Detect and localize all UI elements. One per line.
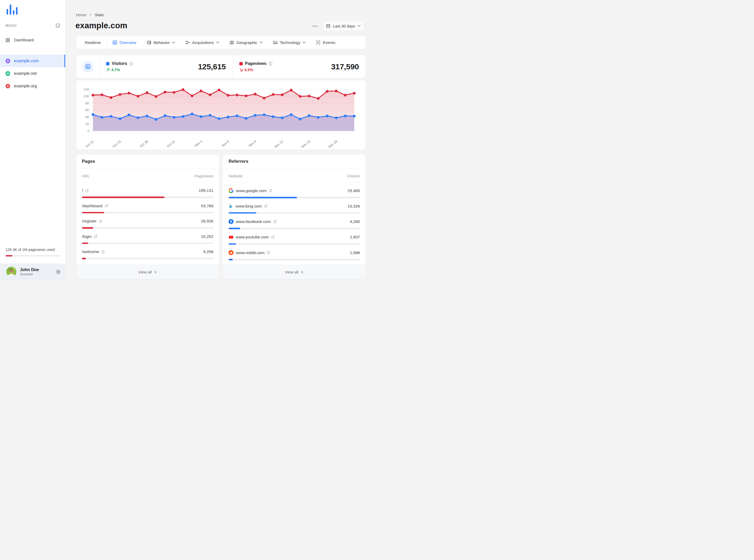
tab-overview[interactable]: Overview (107, 36, 142, 49)
external-link-icon[interactable] (101, 250, 105, 254)
pages-view-all-button[interactable]: View all (76, 265, 219, 279)
bar-chart-logo-icon[interactable] (6, 4, 18, 15)
info-icon[interactable] (129, 62, 133, 66)
pageviews-data-point[interactable] (254, 93, 256, 95)
pageviews-data-point[interactable] (191, 95, 193, 97)
sidebar-site-example.com[interactable]: example.com (0, 55, 65, 67)
visitors-data-point[interactable] (110, 115, 112, 118)
visitors-data-point[interactable] (137, 116, 139, 119)
tab-realtime[interactable]: Realtime (77, 36, 106, 49)
tab-behavior[interactable]: Behavior (142, 36, 180, 49)
pageviews-data-point[interactable] (163, 91, 166, 93)
visitors-data-point[interactable] (173, 116, 175, 119)
visitors-data-point[interactable] (236, 114, 238, 117)
logout-icon[interactable] (56, 269, 61, 274)
external-link-icon[interactable] (267, 251, 270, 254)
referrer-link[interactable]: www.reddit.com (229, 250, 270, 255)
pageviews-data-point[interactable] (209, 94, 211, 96)
sidebar-item-dashboard[interactable]: Dashboard (0, 34, 65, 46)
pageviews-data-point[interactable] (353, 92, 355, 95)
page-link[interactable]: / (82, 188, 89, 193)
visitors-data-point[interactable] (308, 114, 310, 117)
external-link-icon[interactable] (264, 204, 268, 208)
pageviews-data-point[interactable] (299, 95, 301, 98)
visitors-data-point[interactable] (191, 113, 193, 115)
pageviews-data-point[interactable] (137, 95, 139, 97)
pageviews-data-point[interactable] (344, 94, 346, 96)
pageviews-data-point[interactable] (155, 95, 157, 98)
pageviews-data-point[interactable] (236, 94, 238, 96)
date-range-button[interactable]: Last 30 days (322, 21, 364, 31)
page-link[interactable]: /login (82, 234, 97, 239)
visitors-data-point[interactable] (245, 117, 247, 120)
visitors-data-point[interactable] (281, 117, 283, 119)
external-link-icon[interactable] (105, 204, 108, 207)
external-link-icon[interactable] (94, 235, 97, 238)
sidebar-site-example.net[interactable]: example.net (0, 67, 65, 80)
tab-geographic[interactable]: Geographic (224, 36, 268, 49)
page-link[interactable]: /dashboard (82, 204, 108, 208)
sidebar-site-example.org[interactable]: example.org (0, 80, 65, 93)
breadcrumb-home-link[interactable]: Home (76, 13, 86, 17)
visitors-data-point[interactable] (128, 114, 130, 116)
pageviews-data-point[interactable] (317, 97, 320, 100)
pageviews-data-point[interactable] (100, 94, 103, 96)
pageviews-data-point[interactable] (128, 92, 130, 94)
external-link-icon[interactable] (269, 189, 272, 192)
referrer-link[interactable]: www.facebook.com (229, 219, 277, 224)
page-link[interactable]: /welcome (82, 249, 105, 254)
tab-events[interactable]: Events (311, 36, 340, 49)
pageviews-data-point[interactable] (92, 94, 94, 96)
visitors-data-point[interactable] (299, 118, 301, 120)
visitors-data-point[interactable] (155, 118, 157, 121)
visitors-data-point[interactable] (326, 115, 329, 117)
pageviews-data-point[interactable] (326, 90, 329, 93)
pageviews-data-point[interactable] (290, 89, 292, 91)
pageviews-data-point[interactable] (173, 91, 175, 94)
page-link[interactable]: /register (82, 219, 102, 223)
account-button[interactable]: John Doe Account (0, 263, 65, 280)
visitors-data-point[interactable] (182, 115, 184, 118)
info-icon[interactable] (269, 62, 273, 66)
visitors-data-point[interactable] (92, 113, 94, 116)
pageviews-data-point[interactable] (308, 95, 310, 97)
referrer-link[interactable]: www.google.com (229, 188, 272, 193)
pageviews-data-point[interactable] (335, 89, 337, 92)
visitors-data-point[interactable] (209, 114, 211, 117)
pageviews-data-point[interactable] (281, 94, 283, 96)
pageviews-data-point[interactable] (146, 91, 148, 94)
pageviews-data-point[interactable] (110, 96, 112, 99)
visitors-data-point[interactable] (335, 117, 337, 119)
referrer-link[interactable]: www.bing.com (229, 204, 268, 208)
external-link-icon[interactable] (99, 220, 102, 223)
visitors-data-point[interactable] (119, 117, 121, 120)
visitors-data-point[interactable] (353, 115, 355, 117)
visitors-data-point[interactable] (100, 116, 103, 119)
visitors-data-point[interactable] (163, 114, 166, 117)
pageviews-data-point[interactable] (200, 89, 202, 92)
external-link-icon[interactable] (85, 189, 89, 192)
face-icon[interactable] (55, 23, 60, 28)
visitors-data-point[interactable] (254, 114, 256, 117)
visitors-data-point[interactable] (218, 117, 220, 120)
visitors-data-point[interactable] (263, 113, 266, 116)
tab-acquisitions[interactable]: Acquisitions (180, 36, 224, 49)
visitors-data-point[interactable] (272, 115, 274, 118)
pageviews-data-point[interactable] (245, 95, 247, 97)
visitors-data-point[interactable] (290, 113, 292, 116)
tab-technology[interactable]: Technology (268, 36, 311, 49)
external-link-icon[interactable] (273, 220, 277, 223)
pageviews-data-point[interactable] (182, 88, 184, 91)
external-link-icon[interactable] (271, 236, 275, 239)
referrers-view-all-button[interactable]: View all (223, 265, 366, 279)
pageviews-data-point[interactable] (227, 94, 229, 97)
visitors-data-point[interactable] (227, 116, 229, 118)
visitors-data-point[interactable] (344, 115, 346, 117)
visitors-data-point[interactable] (200, 115, 202, 118)
pageviews-data-point[interactable] (119, 93, 121, 96)
pageviews-data-point[interactable] (272, 93, 274, 96)
pageviews-data-point[interactable] (263, 97, 266, 99)
referrer-link[interactable]: www.youtube.com (229, 235, 275, 240)
visitors-data-point[interactable] (317, 116, 320, 119)
visitors-data-point[interactable] (146, 115, 148, 117)
